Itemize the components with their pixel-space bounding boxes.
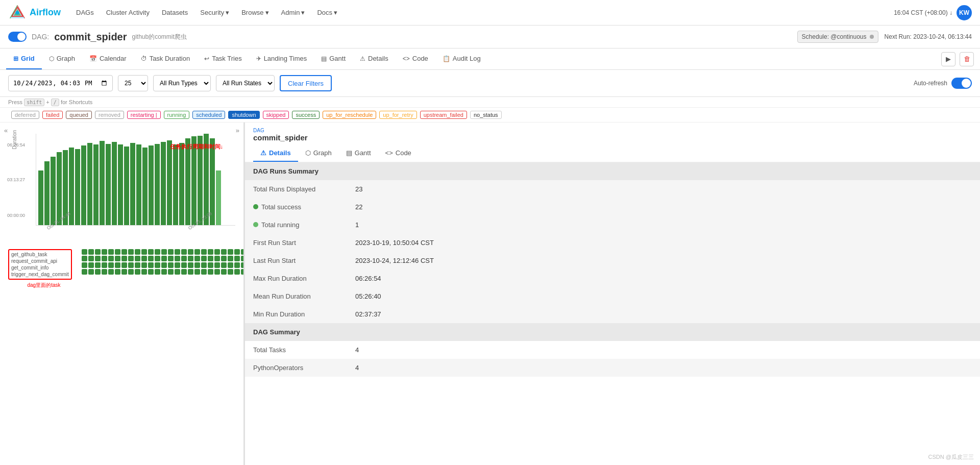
task-dot xyxy=(201,249,207,255)
bar-item xyxy=(44,161,50,225)
tab-calendar[interactable]: 📅 Calendar xyxy=(82,48,134,69)
bar-item xyxy=(179,143,184,225)
tabs-bar: ⊞ Grid ⬡ Graph 📅 Calendar ⏱ Task Duratio… xyxy=(0,48,980,70)
collapse-left-button[interactable]: « xyxy=(4,127,8,134)
y-tick-bottom: 00:00:00 xyxy=(7,213,25,218)
bar-item xyxy=(93,144,99,225)
task-dot xyxy=(115,262,120,268)
task-dot xyxy=(168,262,174,268)
nav-admin[interactable]: Admin ▾ xyxy=(276,6,310,19)
last-run-start-label: Last Run Start xyxy=(245,252,347,270)
tab-graph[interactable]: ⬡ Graph xyxy=(42,48,82,69)
task-dot xyxy=(82,269,87,275)
svg-point-3 xyxy=(15,11,19,14)
bar-item xyxy=(167,140,172,225)
status-scheduled[interactable]: scheduled xyxy=(192,111,225,119)
task-dot xyxy=(108,269,114,275)
nav-cluster-activity[interactable]: Cluster Activity xyxy=(101,6,155,19)
task-duration-icon: ⏱ xyxy=(141,55,147,62)
watermark: CSDN @瓜皮三三 xyxy=(928,453,974,461)
clear-filters-button[interactable]: Clear Filters xyxy=(280,75,332,91)
status-failed[interactable]: failed xyxy=(42,111,63,119)
task-dot xyxy=(188,262,193,268)
task-dot xyxy=(228,256,233,261)
status-queued[interactable]: queued xyxy=(66,111,92,119)
nav-dags[interactable]: DAGs xyxy=(71,6,99,19)
total-runs-label: Total Runs Displayed xyxy=(245,180,347,198)
task-dot xyxy=(234,262,240,268)
task-dot xyxy=(88,269,94,275)
date-filter-input[interactable] xyxy=(8,75,113,91)
tab-landing-times[interactable]: ✈ Landing Times xyxy=(249,48,314,69)
rp-tab-gantt[interactable]: ▤ Gantt xyxy=(339,145,378,162)
tab-audit-log[interactable]: 📋 Audit Log xyxy=(435,48,488,69)
nav-browse[interactable]: Browse ▾ xyxy=(236,6,274,19)
task-dot xyxy=(135,262,140,268)
autorefresh-toggle[interactable] xyxy=(951,78,972,89)
tab-code[interactable]: <> Code xyxy=(396,48,435,69)
status-restarting[interactable]: restarting | xyxy=(127,111,161,119)
tab-details[interactable]: ⚠ Details xyxy=(353,48,396,69)
run-dag-button[interactable]: ▶ xyxy=(941,52,955,66)
nav-docs[interactable]: Docs ▾ xyxy=(312,6,342,19)
rp-tab-code[interactable]: <> Code xyxy=(378,145,419,162)
tab-task-tries[interactable]: ↩ Task Tries xyxy=(197,48,249,69)
status-removed[interactable]: removed xyxy=(95,111,124,119)
task-dot xyxy=(161,269,167,275)
dag-prefix: DAG: xyxy=(32,33,49,41)
task-dot xyxy=(228,269,233,275)
chevron-down-icon: ▾ xyxy=(265,9,269,16)
run-types-select[interactable]: All Run Types xyxy=(153,75,211,91)
task-dot xyxy=(175,256,180,261)
task-dot xyxy=(115,256,120,261)
tab-grid[interactable]: ⊞ Grid xyxy=(6,48,42,69)
running-dot xyxy=(253,222,258,227)
user-avatar[interactable]: KW xyxy=(957,5,972,20)
app-logo[interactable]: Airflow xyxy=(8,4,61,22)
status-success[interactable]: success xyxy=(292,111,320,119)
task-dot xyxy=(234,249,240,255)
task-dot xyxy=(148,262,154,268)
tab-task-duration[interactable]: ⏱ Task Duration xyxy=(134,48,197,69)
rp-tab-graph[interactable]: ⬡ Graph xyxy=(298,145,339,162)
status-up-for-reschedule[interactable]: up_for_reschedule xyxy=(323,111,376,119)
status-up-for-retry[interactable]: up_for_retry xyxy=(379,111,416,119)
status-running[interactable]: running xyxy=(164,111,190,119)
total-runs-row: Total Runs Displayed 23 xyxy=(245,180,980,198)
status-skipped[interactable]: skipped xyxy=(263,111,289,119)
task-dot xyxy=(221,256,227,261)
task-dot xyxy=(175,262,180,268)
task-dot xyxy=(188,249,193,255)
task-dot xyxy=(221,269,227,275)
dag-toggle[interactable] xyxy=(8,32,27,42)
nav-right: 16:04 CST (+08:00) ↓ KW xyxy=(894,5,972,20)
details-tab-icon: ⚠ xyxy=(260,149,266,157)
x-axis-dates: Oct 21, 04:44 Oct 23, 13:09 xyxy=(36,227,235,245)
run-count-select[interactable]: 25 50 100 xyxy=(118,75,148,91)
task-annotation-text: dag里面的task xyxy=(8,282,80,289)
run-states-select[interactable]: All Run States xyxy=(216,75,275,91)
current-time: 16:04 CST (+08:00) ↓ xyxy=(894,9,952,16)
delete-dag-button[interactable]: 🗑 xyxy=(960,52,974,66)
status-no-status[interactable]: no_status xyxy=(470,111,502,119)
collapse-right-button[interactable]: » xyxy=(236,127,239,134)
python-operators-label: PythonOperators xyxy=(245,359,347,377)
status-deferred[interactable]: deferred xyxy=(11,111,39,119)
right-panel-dag-label: DAG xyxy=(253,128,972,133)
rp-tab-details[interactable]: ⚠ Details xyxy=(253,145,298,162)
task-dot xyxy=(108,249,114,255)
tab-gantt[interactable]: ▤ Gantt xyxy=(314,48,353,69)
task-label-2: request_commit_api xyxy=(11,258,69,264)
nav-datasets[interactable]: Datasets xyxy=(157,6,193,19)
status-upstream-failed[interactable]: upstream_failed xyxy=(420,111,467,119)
task-dot xyxy=(155,249,160,255)
total-tasks-label: Total Tasks xyxy=(245,341,347,359)
task-dot xyxy=(161,256,167,261)
status-shutdown[interactable]: shutdown xyxy=(228,111,259,119)
task-dot xyxy=(201,256,207,261)
last-run-start-row: Last Run Start 2023-10-24, 12:12:46 CST xyxy=(245,252,980,270)
nav-security[interactable]: Security ▾ xyxy=(195,6,234,19)
bar-item xyxy=(185,138,190,225)
python-operators-value: 4 xyxy=(347,359,980,377)
task-dot xyxy=(128,269,134,275)
